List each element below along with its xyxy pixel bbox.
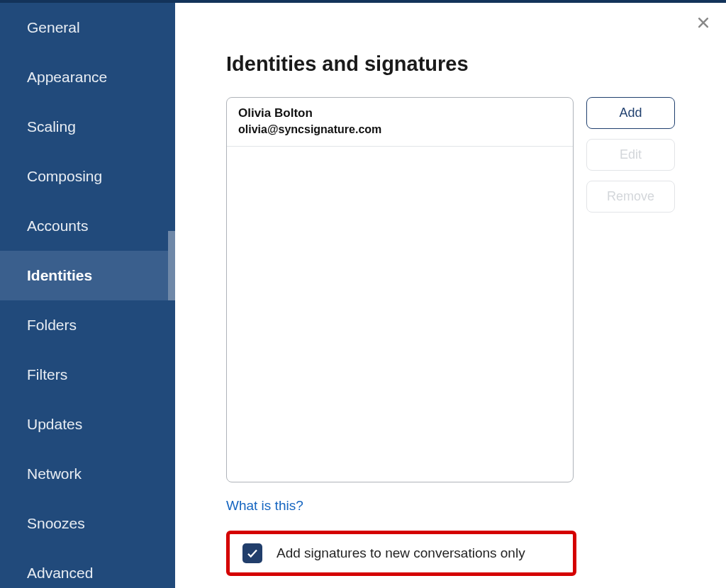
identities-list[interactable]: Olivia Bolton olivia@syncsignature.com xyxy=(226,97,574,482)
sidebar-item-snoozes[interactable]: Snoozes xyxy=(0,499,175,548)
what-is-this-link[interactable]: What is this? xyxy=(226,498,303,514)
identity-name: Olivia Bolton xyxy=(238,106,562,120)
signature-option-highlight: Add signatures to new conversations only xyxy=(226,531,576,576)
sidebar-item-label: Filters xyxy=(27,366,67,383)
settings-sidebar: General Appearance Scaling Composing Acc… xyxy=(0,0,175,588)
close-button[interactable] xyxy=(693,13,713,33)
sidebar-item-updates[interactable]: Updates xyxy=(0,400,175,449)
sidebar-item-label: Scaling xyxy=(27,118,76,135)
sidebar-item-label: Identities xyxy=(27,267,92,284)
sidebar-item-appearance[interactable]: Appearance xyxy=(0,52,175,102)
close-icon xyxy=(696,16,710,30)
remove-button: Remove xyxy=(586,181,675,213)
sidebar-item-filters[interactable]: Filters xyxy=(0,350,175,400)
sidebar-item-composing[interactable]: Composing xyxy=(0,152,175,201)
identities-panel: Identities and signatures Olivia Bolton … xyxy=(175,0,726,588)
sidebar-item-label: Updates xyxy=(27,416,82,433)
identity-row[interactable]: Olivia Bolton olivia@syncsignature.com xyxy=(227,98,573,147)
sidebar-item-label: Network xyxy=(27,465,82,482)
check-icon xyxy=(246,547,259,560)
add-button[interactable]: Add xyxy=(586,97,675,129)
identity-email: olivia@syncsignature.com xyxy=(238,123,562,136)
sidebar-item-label: Folders xyxy=(27,317,77,334)
sidebar-item-label: Advanced xyxy=(27,565,93,582)
edit-button: Edit xyxy=(586,139,675,171)
sidebar-item-label: Composing xyxy=(27,168,102,185)
sidebar-item-folders[interactable]: Folders xyxy=(0,300,175,350)
sidebar-item-label: Appearance xyxy=(27,69,107,86)
sidebar-item-label: Accounts xyxy=(27,217,88,234)
sidebar-item-identities[interactable]: Identities xyxy=(0,251,175,300)
signatures-new-only-label: Add signatures to new conversations only xyxy=(277,545,525,561)
sidebar-item-general[interactable]: General xyxy=(0,3,175,52)
sidebar-item-scaling[interactable]: Scaling xyxy=(0,102,175,152)
sidebar-item-label: General xyxy=(27,19,80,36)
sidebar-item-network[interactable]: Network xyxy=(0,449,175,499)
identity-action-buttons: Add Edit Remove xyxy=(586,97,675,482)
sidebar-item-label: Snoozes xyxy=(27,515,85,532)
signatures-new-only-checkbox[interactable] xyxy=(242,543,262,563)
sidebar-item-accounts[interactable]: Accounts xyxy=(0,201,175,251)
page-title: Identities and signatures xyxy=(226,52,683,76)
sidebar-item-advanced[interactable]: Advanced xyxy=(0,548,175,588)
